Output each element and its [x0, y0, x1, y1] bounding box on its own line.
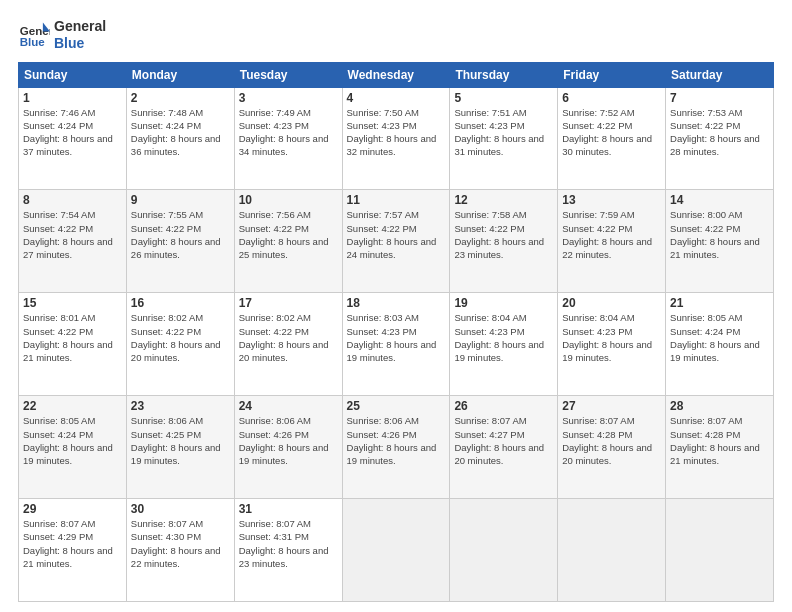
day-number: 31: [239, 502, 338, 516]
calendar-cell: 22Sunrise: 8:05 AMSunset: 4:24 PMDayligh…: [19, 396, 127, 499]
calendar-cell: 24Sunrise: 8:06 AMSunset: 4:26 PMDayligh…: [234, 396, 342, 499]
logo-text-general: General: [54, 18, 106, 35]
header: General Blue General Blue: [18, 18, 774, 52]
calendar-cell: 25Sunrise: 8:06 AMSunset: 4:26 PMDayligh…: [342, 396, 450, 499]
calendar-cell: 30Sunrise: 8:07 AMSunset: 4:30 PMDayligh…: [126, 499, 234, 602]
day-info: Sunrise: 7:55 AMSunset: 4:22 PMDaylight:…: [131, 209, 221, 260]
day-info: Sunrise: 8:02 AMSunset: 4:22 PMDaylight:…: [239, 312, 329, 363]
calendar-table: SundayMondayTuesdayWednesdayThursdayFrid…: [18, 62, 774, 602]
day-number: 26: [454, 399, 553, 413]
day-number: 21: [670, 296, 769, 310]
day-number: 12: [454, 193, 553, 207]
day-info: Sunrise: 7:51 AMSunset: 4:23 PMDaylight:…: [454, 107, 544, 158]
day-number: 24: [239, 399, 338, 413]
day-info: Sunrise: 8:00 AMSunset: 4:22 PMDaylight:…: [670, 209, 760, 260]
day-number: 14: [670, 193, 769, 207]
calendar-cell: 5Sunrise: 7:51 AMSunset: 4:23 PMDaylight…: [450, 87, 558, 190]
day-number: 18: [347, 296, 446, 310]
calendar-cell: 12Sunrise: 7:58 AMSunset: 4:22 PMDayligh…: [450, 190, 558, 293]
day-info: Sunrise: 7:58 AMSunset: 4:22 PMDaylight:…: [454, 209, 544, 260]
calendar-cell: 20Sunrise: 8:04 AMSunset: 4:23 PMDayligh…: [558, 293, 666, 396]
calendar-cell: 7Sunrise: 7:53 AMSunset: 4:22 PMDaylight…: [666, 87, 774, 190]
calendar-cell: 4Sunrise: 7:50 AMSunset: 4:23 PMDaylight…: [342, 87, 450, 190]
calendar-cell: [342, 499, 450, 602]
calendar-cell: 2Sunrise: 7:48 AMSunset: 4:24 PMDaylight…: [126, 87, 234, 190]
calendar-cell: 16Sunrise: 8:02 AMSunset: 4:22 PMDayligh…: [126, 293, 234, 396]
day-number: 17: [239, 296, 338, 310]
calendar-cell: 14Sunrise: 8:00 AMSunset: 4:22 PMDayligh…: [666, 190, 774, 293]
day-number: 20: [562, 296, 661, 310]
day-number: 4: [347, 91, 446, 105]
calendar-week-4: 29Sunrise: 8:07 AMSunset: 4:29 PMDayligh…: [19, 499, 774, 602]
day-number: 7: [670, 91, 769, 105]
day-number: 6: [562, 91, 661, 105]
calendar-cell: 15Sunrise: 8:01 AMSunset: 4:22 PMDayligh…: [19, 293, 127, 396]
day-number: 28: [670, 399, 769, 413]
calendar-cell: [666, 499, 774, 602]
day-number: 16: [131, 296, 230, 310]
day-info: Sunrise: 8:07 AMSunset: 4:29 PMDaylight:…: [23, 518, 113, 569]
calendar-week-1: 8Sunrise: 7:54 AMSunset: 4:22 PMDaylight…: [19, 190, 774, 293]
day-number: 22: [23, 399, 122, 413]
calendar-cell: 11Sunrise: 7:57 AMSunset: 4:22 PMDayligh…: [342, 190, 450, 293]
day-number: 13: [562, 193, 661, 207]
calendar-header-row: SundayMondayTuesdayWednesdayThursdayFrid…: [19, 62, 774, 87]
day-info: Sunrise: 8:07 AMSunset: 4:28 PMDaylight:…: [562, 415, 652, 466]
calendar-cell: 9Sunrise: 7:55 AMSunset: 4:22 PMDaylight…: [126, 190, 234, 293]
day-number: 30: [131, 502, 230, 516]
day-info: Sunrise: 7:48 AMSunset: 4:24 PMDaylight:…: [131, 107, 221, 158]
day-number: 19: [454, 296, 553, 310]
day-info: Sunrise: 7:57 AMSunset: 4:22 PMDaylight:…: [347, 209, 437, 260]
day-number: 5: [454, 91, 553, 105]
calendar-cell: [558, 499, 666, 602]
day-info: Sunrise: 8:03 AMSunset: 4:23 PMDaylight:…: [347, 312, 437, 363]
day-number: 9: [131, 193, 230, 207]
calendar-cell: 27Sunrise: 8:07 AMSunset: 4:28 PMDayligh…: [558, 396, 666, 499]
day-number: 27: [562, 399, 661, 413]
day-info: Sunrise: 8:04 AMSunset: 4:23 PMDaylight:…: [454, 312, 544, 363]
day-number: 25: [347, 399, 446, 413]
logo: General Blue General Blue: [18, 18, 106, 52]
day-info: Sunrise: 8:02 AMSunset: 4:22 PMDaylight:…: [131, 312, 221, 363]
day-info: Sunrise: 8:04 AMSunset: 4:23 PMDaylight:…: [562, 312, 652, 363]
calendar-cell: 31Sunrise: 8:07 AMSunset: 4:31 PMDayligh…: [234, 499, 342, 602]
calendar-week-3: 22Sunrise: 8:05 AMSunset: 4:24 PMDayligh…: [19, 396, 774, 499]
calendar-cell: 10Sunrise: 7:56 AMSunset: 4:22 PMDayligh…: [234, 190, 342, 293]
day-info: Sunrise: 8:01 AMSunset: 4:22 PMDaylight:…: [23, 312, 113, 363]
calendar-cell: 18Sunrise: 8:03 AMSunset: 4:23 PMDayligh…: [342, 293, 450, 396]
logo-text-blue: Blue: [54, 35, 106, 52]
column-header-monday: Monday: [126, 62, 234, 87]
calendar-cell: 3Sunrise: 7:49 AMSunset: 4:23 PMDaylight…: [234, 87, 342, 190]
day-info: Sunrise: 8:05 AMSunset: 4:24 PMDaylight:…: [670, 312, 760, 363]
day-number: 3: [239, 91, 338, 105]
day-number: 15: [23, 296, 122, 310]
calendar-cell: 23Sunrise: 8:06 AMSunset: 4:25 PMDayligh…: [126, 396, 234, 499]
day-info: Sunrise: 7:53 AMSunset: 4:22 PMDaylight:…: [670, 107, 760, 158]
day-info: Sunrise: 7:52 AMSunset: 4:22 PMDaylight:…: [562, 107, 652, 158]
day-number: 29: [23, 502, 122, 516]
calendar-cell: 13Sunrise: 7:59 AMSunset: 4:22 PMDayligh…: [558, 190, 666, 293]
calendar-body: 1Sunrise: 7:46 AMSunset: 4:24 PMDaylight…: [19, 87, 774, 601]
day-number: 23: [131, 399, 230, 413]
day-info: Sunrise: 8:06 AMSunset: 4:25 PMDaylight:…: [131, 415, 221, 466]
calendar-cell: 29Sunrise: 8:07 AMSunset: 4:29 PMDayligh…: [19, 499, 127, 602]
calendar-week-2: 15Sunrise: 8:01 AMSunset: 4:22 PMDayligh…: [19, 293, 774, 396]
day-info: Sunrise: 7:54 AMSunset: 4:22 PMDaylight:…: [23, 209, 113, 260]
day-info: Sunrise: 7:50 AMSunset: 4:23 PMDaylight:…: [347, 107, 437, 158]
day-info: Sunrise: 8:06 AMSunset: 4:26 PMDaylight:…: [347, 415, 437, 466]
column-header-wednesday: Wednesday: [342, 62, 450, 87]
day-number: 8: [23, 193, 122, 207]
day-info: Sunrise: 7:46 AMSunset: 4:24 PMDaylight:…: [23, 107, 113, 158]
page: General Blue General Blue SundayMondayTu…: [0, 0, 792, 612]
day-info: Sunrise: 7:49 AMSunset: 4:23 PMDaylight:…: [239, 107, 329, 158]
column-header-saturday: Saturday: [666, 62, 774, 87]
calendar-cell: 8Sunrise: 7:54 AMSunset: 4:22 PMDaylight…: [19, 190, 127, 293]
calendar-cell: 21Sunrise: 8:05 AMSunset: 4:24 PMDayligh…: [666, 293, 774, 396]
day-number: 11: [347, 193, 446, 207]
day-info: Sunrise: 8:07 AMSunset: 4:27 PMDaylight:…: [454, 415, 544, 466]
day-number: 10: [239, 193, 338, 207]
column-header-sunday: Sunday: [19, 62, 127, 87]
day-info: Sunrise: 8:05 AMSunset: 4:24 PMDaylight:…: [23, 415, 113, 466]
day-number: 2: [131, 91, 230, 105]
day-info: Sunrise: 7:56 AMSunset: 4:22 PMDaylight:…: [239, 209, 329, 260]
